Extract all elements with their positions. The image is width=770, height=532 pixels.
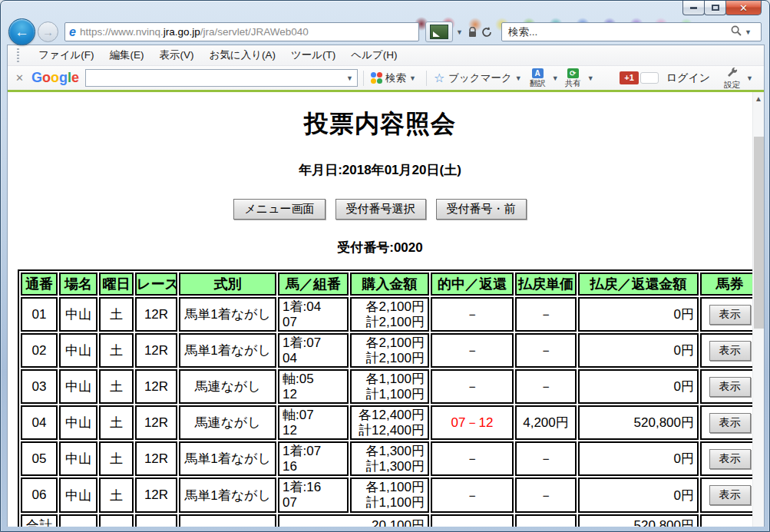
- page-nav-button[interactable]: メニュー画面: [233, 199, 325, 220]
- cell-bet-type: 馬連ながし: [179, 369, 276, 404]
- back-button[interactable]: ←: [8, 18, 35, 45]
- translate-caret-icon[interactable]: ▼: [552, 74, 559, 82]
- cell-payout: 0円: [578, 333, 699, 368]
- address-bar[interactable]: e https://www.nvinq.jra.go.jp/jra/servle…: [64, 22, 419, 41]
- show-ticket-button[interactable]: 表示: [709, 485, 751, 505]
- divider: [363, 71, 364, 86]
- vertical-scrollbar[interactable]: ▲: [752, 92, 764, 527]
- cell-serial: 05: [21, 441, 58, 476]
- share-caret-icon[interactable]: ▼: [587, 74, 594, 82]
- bookmarks-caret-icon[interactable]: ▼: [515, 74, 522, 82]
- google-search-field[interactable]: ▼: [85, 69, 358, 87]
- settings-button[interactable]: 設定: [724, 68, 740, 88]
- cell-ticket: 表示: [700, 369, 759, 404]
- cell-amount: 各1,100円計1,100円: [350, 369, 429, 404]
- cell-race: 12R: [135, 405, 177, 440]
- cell-place: 中山: [59, 405, 97, 440]
- search-dropdown-icon[interactable]: ▼: [745, 28, 752, 36]
- cell-race: 12R: [135, 477, 177, 512]
- title-bar: ✕: [1, 1, 769, 19]
- cell-hit: －: [431, 477, 514, 512]
- show-ticket-button[interactable]: 表示: [709, 413, 751, 433]
- cell-serial: 02: [21, 333, 58, 368]
- bookmarks-button[interactable]: ☆ ブックマーク ▼: [432, 71, 527, 85]
- table-row: 05中山土12R馬単1着ながし1着:0716各1,300円計1,300円－－0円…: [21, 441, 759, 476]
- cell-place: 中山: [59, 369, 97, 404]
- google-search-dropdown-icon[interactable]: ▼: [346, 74, 353, 82]
- cell-hit: －: [431, 441, 514, 476]
- table-header-cell: 的中／返還: [431, 273, 514, 296]
- show-ticket-button[interactable]: 表示: [709, 377, 751, 397]
- table-row: 02中山土12R馬単1着ながし1着:0704各2,100円計2,100円－－0円…: [21, 333, 759, 368]
- cell-horses: 軸:0712: [278, 405, 349, 440]
- minimize-button[interactable]: [682, 1, 705, 15]
- settings-caret-icon[interactable]: ▼: [746, 74, 753, 82]
- show-ticket-button[interactable]: 表示: [709, 305, 751, 325]
- cell-serial: 04: [21, 405, 58, 440]
- translate-button[interactable]: A 翻訳: [530, 68, 546, 88]
- total-label: 合計: [21, 514, 58, 527]
- forward-button[interactable]: →: [38, 21, 58, 42]
- cell-horses: 軸:0512: [278, 369, 349, 404]
- cell-day: 土: [99, 333, 134, 368]
- menu-item[interactable]: 表示(V): [152, 46, 202, 64]
- search-magnifier-icon[interactable]: [731, 25, 742, 38]
- page-nav-button[interactable]: 受付番号選択: [335, 199, 426, 220]
- login-button[interactable]: ログイン: [666, 71, 710, 85]
- maximize-icon: [712, 5, 719, 11]
- cell-race: 12R: [135, 441, 177, 476]
- scrollbar-up-icon[interactable]: ▲: [753, 92, 764, 105]
- share-button[interactable]: ⟳ 共有: [565, 68, 581, 88]
- google-logo-letter: g: [59, 70, 68, 85]
- cell-race: 12R: [135, 369, 177, 404]
- table-header-cell: 馬／組番: [278, 273, 349, 296]
- cell-serial: 06: [21, 477, 58, 512]
- tab-button[interactable]: [425, 21, 453, 42]
- cell-place: 中山: [59, 297, 97, 332]
- cell-unit-price: －: [515, 369, 577, 404]
- scrollbar-thumb[interactable]: [754, 137, 764, 329]
- google-logo: Google: [31, 70, 79, 86]
- maximize-button[interactable]: [704, 1, 726, 15]
- table-header-cell: 場名: [59, 273, 97, 296]
- cell-bet-type: 馬単1着ながし: [179, 477, 276, 512]
- cell-ticket: 表示: [700, 477, 759, 512]
- cell-race: 12R: [135, 297, 177, 332]
- tab-dropdown-icon[interactable]: ▼: [456, 28, 463, 36]
- url-path: /jra/servlet/JRAWeb040: [200, 26, 309, 38]
- toolbar-close-icon[interactable]: ✕: [15, 72, 24, 84]
- table-row: 03中山土12R馬連ながし軸:0512各1,100円計1,100円－－0円表示: [21, 369, 759, 404]
- table-header-cell: 式別: [179, 273, 276, 296]
- browser-search-box[interactable]: 検索... ▼: [501, 22, 762, 41]
- table-row: 01中山土12R馬単1着ながし1着:0407各2,100円計2,100円－－0円…: [21, 297, 759, 332]
- cell-day: 土: [99, 441, 134, 476]
- cell-unit-price: 4,200円: [515, 405, 577, 440]
- google-logo-letter: o: [51, 70, 59, 85]
- search-placeholder: 検索...: [508, 25, 731, 39]
- close-button[interactable]: ✕: [725, 1, 762, 15]
- cell-serial: 03: [21, 369, 58, 404]
- cell-bet-type: 馬単1着ながし: [179, 297, 276, 332]
- plus-one-count: [640, 72, 659, 84]
- refresh-icon[interactable]: [481, 27, 492, 38]
- translate-icon: A: [532, 68, 544, 78]
- page-nav-button[interactable]: 受付番号・前: [436, 199, 527, 220]
- cell-serial: 01: [21, 297, 58, 332]
- divider: [426, 71, 427, 86]
- menu-item[interactable]: 編集(E): [102, 46, 152, 64]
- show-ticket-button[interactable]: 表示: [709, 341, 751, 361]
- menu-item[interactable]: ヘルプ(H): [343, 46, 405, 64]
- google-search-input[interactable]: [86, 71, 342, 85]
- cell-ticket: 表示: [700, 333, 759, 368]
- plus-one-button[interactable]: +1: [620, 71, 639, 84]
- url-domain: jra.go.jp: [164, 26, 200, 38]
- menu-item[interactable]: ファイル(F): [31, 46, 102, 64]
- menu-item[interactable]: お気に入り(A): [202, 46, 283, 64]
- menu-item[interactable]: ツール(T): [283, 46, 343, 64]
- lock-icon: [468, 27, 477, 38]
- cell-amount: 各2,100円計2,100円: [350, 333, 429, 368]
- show-ticket-button[interactable]: 表示: [709, 449, 751, 469]
- google-search-button-caret-icon[interactable]: ▼: [409, 74, 416, 82]
- google-search-button[interactable]: 検索 ▼: [369, 71, 421, 85]
- date-line: 年月日:2018年01月20日(土): [8, 161, 752, 179]
